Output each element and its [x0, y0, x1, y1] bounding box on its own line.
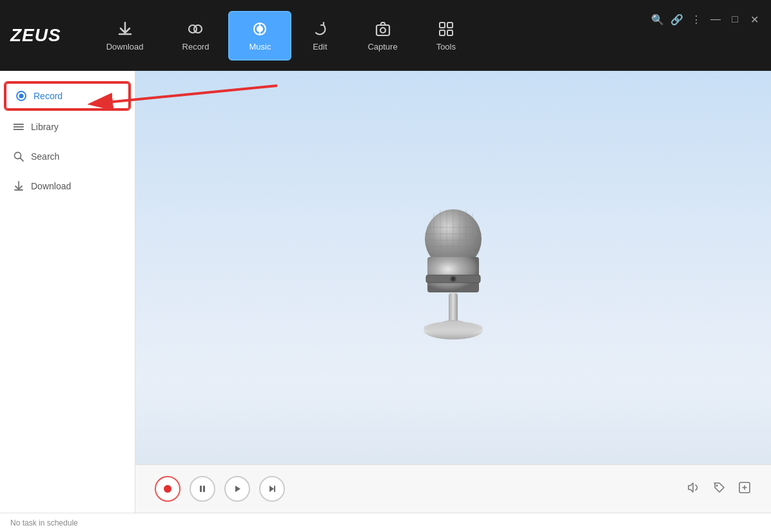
- share-window-btn[interactable]: 🔗: [670, 13, 683, 26]
- titlebar: ZEUS Download Record: [0, 0, 771, 71]
- nav-item-music[interactable]: Music: [228, 11, 291, 61]
- pause-playback-btn[interactable]: [190, 476, 215, 502]
- nav-label-tools: Tools: [436, 42, 456, 52]
- sidebar-library-label: Library: [31, 122, 59, 132]
- tools-nav-icon: [437, 20, 455, 38]
- next-playback-btn[interactable]: [259, 476, 285, 502]
- playback-bar: [135, 464, 771, 513]
- svg-point-42: [424, 321, 483, 334]
- nav-label-edit: Edit: [313, 42, 327, 52]
- app-logo: ZEUS: [10, 25, 61, 46]
- svg-point-49: [716, 484, 718, 486]
- statusbar: No task in schedule: [0, 513, 771, 532]
- download-sidebar-icon: [13, 180, 24, 192]
- content-panel: [135, 71, 771, 513]
- svg-marker-47: [269, 486, 274, 492]
- close-btn[interactable]: ✕: [748, 13, 761, 26]
- edit-nav-icon: [311, 20, 329, 38]
- sidebar-item-download[interactable]: Download: [0, 171, 135, 201]
- record-nav-icon: [186, 20, 204, 38]
- svg-rect-45: [203, 486, 205, 492]
- window-controls: 🔍 🔗 ⋮ — □ ✕: [651, 13, 761, 26]
- svg-rect-6: [440, 23, 445, 28]
- menu-window-btn[interactable]: ⋮: [690, 13, 703, 26]
- svg-point-17: [14, 129, 15, 130]
- svg-rect-44: [200, 486, 202, 492]
- svg-rect-7: [447, 23, 453, 28]
- svg-point-38: [451, 277, 455, 281]
- sidebar-search-label: Search: [31, 151, 59, 162]
- tag-btn[interactable]: [712, 480, 726, 498]
- nav-item-download[interactable]: Download: [87, 12, 163, 59]
- status-text: No task in schedule: [10, 518, 78, 527]
- nav-label-capture: Capture: [367, 42, 397, 52]
- playback-right-controls: [686, 480, 752, 498]
- capture-nav-icon: [374, 20, 392, 38]
- play-playback-btn[interactable]: [224, 476, 250, 502]
- download-nav-icon: [116, 20, 134, 38]
- main-content: Record Library S: [0, 71, 771, 513]
- sidebar: Record Library S: [0, 71, 135, 513]
- microphone-icon: [395, 195, 511, 350]
- svg-rect-8: [440, 30, 445, 35]
- nav-label-record: Record: [182, 42, 210, 52]
- music-nav-icon: [251, 20, 269, 38]
- nav-label-music: Music: [249, 42, 271, 52]
- minimize-btn[interactable]: —: [709, 13, 722, 26]
- svg-point-1: [194, 25, 202, 33]
- svg-rect-9: [447, 30, 453, 35]
- record-playback-btn[interactable]: [155, 476, 181, 502]
- export-btn[interactable]: [737, 480, 752, 498]
- nav-label-download: Download: [106, 42, 144, 52]
- nav-item-edit[interactable]: Edit: [291, 12, 348, 59]
- svg-line-19: [21, 158, 24, 162]
- library-sidebar-icon: [13, 121, 24, 133]
- microphone-illustration: [395, 195, 511, 350]
- search-sidebar-icon: [13, 151, 24, 162]
- sidebar-record-label: Record: [34, 91, 63, 101]
- svg-point-43: [164, 485, 171, 493]
- svg-marker-46: [235, 486, 240, 492]
- nav-item-capture[interactable]: Capture: [348, 12, 416, 59]
- sidebar-download-label: Download: [31, 181, 71, 191]
- svg-rect-4: [376, 25, 389, 35]
- sidebar-item-search[interactable]: Search: [0, 142, 135, 171]
- svg-point-16: [14, 126, 15, 128]
- svg-point-11: [19, 94, 24, 99]
- record-sidebar-icon: [15, 90, 27, 102]
- svg-point-5: [380, 28, 386, 33]
- nav-item-tools[interactable]: Tools: [417, 12, 475, 59]
- maximize-btn[interactable]: □: [728, 13, 741, 26]
- svg-point-15: [14, 124, 15, 125]
- sidebar-item-record[interactable]: Record: [5, 82, 130, 109]
- volume-btn[interactable]: [686, 480, 700, 498]
- search-window-btn[interactable]: 🔍: [651, 13, 664, 26]
- svg-rect-48: [274, 486, 275, 492]
- svg-rect-39: [449, 293, 458, 324]
- sidebar-item-library[interactable]: Library: [0, 112, 135, 142]
- nav-item-record[interactable]: Record: [163, 12, 229, 59]
